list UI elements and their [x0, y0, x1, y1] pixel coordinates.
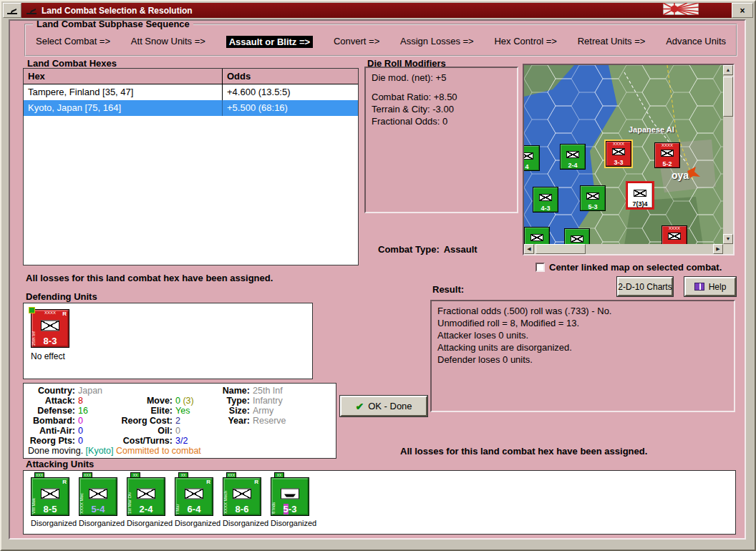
center-map-checkbox[interactable]	[536, 263, 545, 272]
size-value: Army	[253, 406, 331, 416]
move-label: Move:	[115, 396, 175, 406]
col-hex: Hex	[24, 69, 223, 84]
rising-sun-flag-icon	[663, 3, 699, 15]
linked-map-panel: Japanese Al oya 4 2-4 XXXX 3-3	[523, 64, 735, 255]
unit-size-label: XXXX	[655, 143, 679, 148]
center-map-option: Center linked map on selected combat.	[536, 262, 722, 273]
help-button-label: Help	[709, 282, 727, 292]
attacking-unit[interactable]: XX 1st Mar Div 2-4 Disorganized	[127, 477, 174, 527]
unit-flag-label: R	[254, 479, 258, 485]
unit-strength: 3-3	[606, 159, 631, 166]
attacking-unit[interactable]: XX 8 Inds 5-3 Disorganized	[271, 477, 318, 527]
losses-assigned-message: All losses for this land combat hex have…	[26, 273, 273, 283]
attacking-unit[interactable]: XXX XXXX Mech R 8-6 Disorganized	[223, 477, 270, 527]
scroll-left-button[interactable]: ◀	[524, 244, 534, 254]
scrollbar-corner	[723, 244, 733, 254]
unit-strength: 7(3)4	[628, 200, 652, 208]
losses-assigned-message: All losses for this land combat hex have…	[400, 446, 647, 457]
map-unit-counter[interactable]	[564, 228, 590, 244]
charts-button[interactable]: 2-D-10 Charts	[617, 277, 673, 296]
ok-done-button[interactable]: ✔ OK - Done	[340, 396, 427, 416]
map-vertical-scrollbar[interactable]: ▲ ▼	[723, 65, 733, 244]
defending-unit[interactable]: XXXX R 25th Inf 8-3 No effect	[31, 309, 81, 361]
reorg-cost-value: 2	[175, 416, 220, 426]
map-unit-counter[interactable]: 7(3)4	[627, 182, 653, 208]
defense-value: 16	[78, 406, 115, 416]
country-label: Country:	[28, 386, 78, 396]
combat-type-value: Assault	[444, 244, 478, 255]
reorg-cost-label: Reorg Cost:	[115, 416, 175, 426]
unit-status: Disorganized	[127, 519, 174, 527]
unit-status-line: Done moving. [Kyoto] Committed to combat	[28, 446, 331, 456]
done-moving-text: Done moving.	[28, 446, 83, 456]
unit-strength: 8-5	[32, 504, 69, 514]
table-row-selected[interactable]: Kyoto, Japan [75, 164] +5.500 (68:16)	[24, 100, 358, 116]
mechanized-symbol	[89, 488, 107, 499]
infantry-symbol	[524, 152, 533, 160]
cost-turns-label: Cost/Turns:	[115, 436, 175, 446]
unit-size-label: XXXX	[662, 226, 687, 231]
map-unit-counter[interactable]	[524, 227, 550, 244]
map-arrow-icon	[687, 167, 700, 180]
map-unit-counter[interactable]: 4	[524, 145, 540, 171]
hexes-title: Land Combat Hexes	[27, 58, 117, 69]
step-hex-control: Hex Control =>	[494, 36, 556, 48]
step-att-snow-units: Att Snow Units =>	[131, 36, 205, 48]
scroll-down-button[interactable]: ▼	[723, 234, 733, 244]
oil-label: Oil:	[115, 426, 175, 436]
unit-strength: 4-3	[533, 205, 558, 212]
defense-label: Defense:	[28, 406, 78, 416]
map-unit-counter[interactable]: 4-3	[533, 187, 558, 213]
table-row[interactable]: Tampere, Finland [35, 47] +4.600 (13.5:5…	[24, 84, 358, 100]
move-paren-value: (3)	[183, 396, 193, 406]
reorg-pts-label: Reorg Pts:	[28, 436, 78, 446]
map-unit-counter[interactable]: 2-4	[560, 144, 586, 170]
attacking-unit[interactable]: XXX VIII Mek R 8-5 Disorganized	[31, 477, 78, 527]
unit-corps-tab: XXX	[34, 472, 44, 478]
anti-air-label: Anti-Air:	[28, 426, 78, 436]
size-label: Size:	[220, 406, 253, 416]
committed-hex-text: [Kyoto]	[86, 446, 114, 456]
unit-size-label: XXXX	[606, 142, 631, 147]
unit-flag-label: R	[62, 311, 67, 317]
name-label: Name:	[220, 386, 253, 396]
help-button[interactable]: Help	[684, 277, 736, 296]
step-advance-units: Advance Units	[666, 36, 726, 48]
bombard-label: Bombard:	[28, 416, 78, 426]
landing-craft-symbol	[281, 488, 299, 499]
left-arrow-icon: ◀	[527, 246, 530, 251]
map-horizontal-scrollbar[interactable]: ◀ ▶	[524, 244, 723, 254]
map-unit-counter[interactable]: XXXX	[662, 225, 687, 244]
step-assault-or-blitz: Assault or Blitz =>	[226, 36, 313, 48]
map-view[interactable]: Japanese Al oya 4 2-4 XXXX 3-3	[524, 65, 723, 244]
map-unit-counter-selected[interactable]: XXXX 3-3	[606, 141, 631, 167]
close-button[interactable]: ×	[732, 3, 753, 18]
titlebar[interactable]: Land Combat Selection & Resolution	[21, 3, 732, 18]
unit-corps-tab: XXX	[82, 472, 92, 478]
scroll-up-button[interactable]: ▲	[723, 65, 733, 75]
infantry-symbol	[530, 234, 543, 241]
attacking-unit[interactable]: XX I Mar R 6-4 Disorganized	[175, 477, 222, 527]
modifier-line: Terrain & City: -3.00	[372, 103, 511, 115]
window-system-corner	[3, 3, 21, 18]
modifier-line: Fractional Odds: 0	[372, 115, 511, 127]
vertical-scroll-thumb[interactable]	[723, 77, 733, 117]
unit-status: Disorganized	[271, 519, 318, 527]
modifiers-panel: Die mod. (net): +5 Combat Ratio: +8.50 T…	[364, 67, 518, 213]
close-icon: ×	[740, 6, 745, 16]
map-region-label: Japanese Al	[629, 125, 674, 134]
map-unit-counter[interactable]: 5-3	[580, 185, 606, 211]
infantry-symbol	[539, 194, 552, 201]
scroll-right-button[interactable]: ▶	[713, 244, 723, 254]
anti-air-value: 0	[78, 426, 115, 436]
unit-strength: 4	[524, 163, 539, 170]
infantry-symbol	[566, 151, 579, 158]
hex-cell: Kyoto, Japan [75, 164]	[24, 100, 223, 116]
map-unit-counter[interactable]: XXXX 5-2	[654, 142, 680, 168]
horizontal-scroll-thumb[interactable]	[536, 244, 586, 254]
unit-status: Disorganized	[79, 519, 126, 527]
move-value: 0	[175, 396, 180, 406]
oil-value: 0	[175, 426, 220, 436]
infantry-symbol	[634, 190, 646, 197]
attacking-unit[interactable]: XXX XXXX Mec 5-4 Disorganized	[79, 477, 126, 527]
